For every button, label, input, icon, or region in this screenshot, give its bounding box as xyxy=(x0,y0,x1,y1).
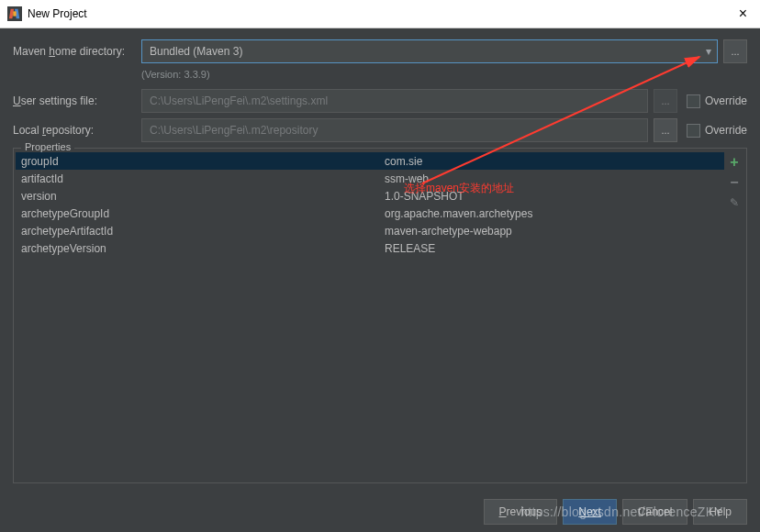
table-row[interactable]: artifactIdssm-web xyxy=(16,170,724,187)
maven-home-value: Bundled (Maven 3) xyxy=(150,45,242,58)
titlebar: New Project × xyxy=(0,0,760,28)
prop-value: org.apache.maven.archetypes xyxy=(385,207,724,220)
prop-value: 1.0-SNAPSHOT xyxy=(385,190,724,203)
app-icon xyxy=(7,6,22,21)
local-repo-override-checkbox[interactable]: Override xyxy=(687,124,747,138)
prop-value: com.sie xyxy=(385,155,724,168)
maven-home-browse-button[interactable]: ... xyxy=(723,39,747,63)
dialog-footer: Previous Next Cancel Help xyxy=(484,499,747,525)
properties-table[interactable]: groupIdcom.sieartifactIdssm-webversion1.… xyxy=(16,152,724,257)
edit-icon[interactable]: ✎ xyxy=(728,196,741,209)
user-settings-override-checkbox[interactable]: Override xyxy=(687,94,747,108)
table-row[interactable]: archetypeVersionRELEASE xyxy=(16,239,724,257)
maven-home-combo[interactable]: Bundled (Maven 3) ▾ xyxy=(141,39,718,63)
local-repo-field: C:\Users\LiPengFei\.m2\repository xyxy=(141,118,648,142)
prop-key: groupId xyxy=(16,155,385,168)
properties-legend: Properties xyxy=(21,141,74,152)
local-repo-browse-button[interactable]: ... xyxy=(654,118,677,142)
user-settings-field: C:\Users\LiPengFei\.m2\settings.xml xyxy=(141,89,648,113)
next-button[interactable]: Next xyxy=(563,499,617,525)
svg-rect-1 xyxy=(13,11,17,16)
table-row[interactable]: version1.0-SNAPSHOT xyxy=(16,187,724,205)
remove-icon[interactable]: − xyxy=(728,176,741,189)
prop-key: archetypeVersion xyxy=(16,242,385,255)
close-icon[interactable]: × xyxy=(733,6,753,22)
cancel-button[interactable]: Cancel xyxy=(622,499,687,525)
chevron-down-icon: ▾ xyxy=(706,45,711,58)
table-row[interactable]: archetypeGroupIdorg.apache.maven.archety… xyxy=(16,205,724,222)
prop-value: maven-archetype-webapp xyxy=(385,225,724,238)
window-title: New Project xyxy=(28,7,87,20)
maven-version-note: (Version: 3.3.9) xyxy=(141,69,747,80)
maven-home-label: Maven home directory: xyxy=(13,45,141,58)
user-settings-label: User settings file: xyxy=(13,94,141,107)
prop-value: RELEASE xyxy=(385,242,724,255)
add-icon[interactable]: + xyxy=(728,156,741,169)
table-row[interactable]: groupIdcom.sie xyxy=(16,152,724,170)
help-button[interactable]: Help xyxy=(693,499,747,525)
prop-key: artifactId xyxy=(16,172,385,185)
user-settings-browse-button: ... xyxy=(654,89,677,113)
prop-key: archetypeArtifactId xyxy=(16,225,385,238)
dialog-body: Maven home directory: Bundled (Maven 3) … xyxy=(0,28,760,493)
prop-key: archetypeGroupId xyxy=(16,207,385,220)
previous-button[interactable]: Previous xyxy=(484,499,558,525)
prop-key: version xyxy=(16,190,385,203)
table-row[interactable]: archetypeArtifactIdmaven-archetype-webap… xyxy=(16,222,724,239)
prop-value: ssm-web xyxy=(385,172,724,185)
properties-toolbar: + − ✎ xyxy=(724,152,744,257)
properties-group: Properties groupIdcom.sieartifactIdssm-w… xyxy=(13,148,747,483)
local-repo-label: Local repository: xyxy=(13,124,141,137)
